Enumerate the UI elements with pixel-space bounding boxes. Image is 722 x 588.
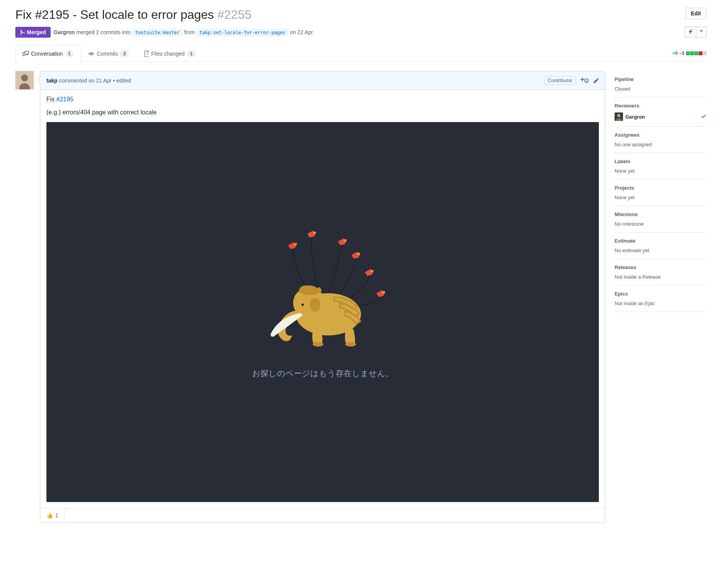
comment-author-avatar[interactable] bbox=[15, 71, 34, 89]
svg-point-2 bbox=[585, 78, 589, 83]
sidebar-reviewers[interactable]: Reviewers Gargron bbox=[615, 97, 707, 127]
tab-files[interactable]: Files changed 1 bbox=[136, 45, 203, 62]
issue-link[interactable]: #2195 bbox=[56, 96, 74, 102]
check-icon bbox=[701, 113, 707, 121]
edit-comment-button[interactable] bbox=[593, 78, 599, 84]
comment-author[interactable]: takp bbox=[46, 78, 58, 84]
svg-point-8 bbox=[302, 304, 304, 306]
svg-point-1 bbox=[21, 74, 28, 81]
caret-down-icon bbox=[700, 28, 703, 35]
conversation-count: 1 bbox=[65, 50, 74, 57]
notification-button[interactable] bbox=[685, 26, 696, 38]
svg-point-12 bbox=[617, 114, 620, 117]
tabnav: Conversation 1 Commits 2 Files changed 1… bbox=[15, 45, 707, 62]
comment-meta: commented on 21 Apr • edited bbox=[59, 78, 131, 84]
sidebar-releases[interactable]: Releases Not inside a Release bbox=[615, 259, 707, 286]
svg-point-3 bbox=[585, 79, 586, 80]
deletions-count: −3 bbox=[679, 51, 684, 56]
state-label: Merged bbox=[27, 29, 46, 35]
reviewer-name[interactable]: Gargron bbox=[625, 114, 698, 120]
sidebar: Pipeline Closed Reviewers Gargron Assign… bbox=[615, 71, 707, 523]
tab-conversation[interactable]: Conversation 1 bbox=[15, 45, 81, 62]
pr-title: Fix #2195 - Set locale to error pages #2… bbox=[15, 8, 251, 22]
svg-point-4 bbox=[587, 79, 588, 80]
file-diff-icon bbox=[143, 51, 149, 57]
sidebar-epics[interactable]: Epics Not inside an Epic bbox=[615, 286, 707, 312]
svg-point-10 bbox=[345, 342, 356, 347]
svg-point-9 bbox=[313, 342, 323, 347]
sidebar-assignees[interactable]: Assignees No one assigned bbox=[615, 127, 707, 153]
thumbs-up-icon: 👍 bbox=[46, 512, 53, 519]
pr-number: #2255 bbox=[218, 8, 252, 21]
base-branch[interactable]: tootsuite:master bbox=[132, 29, 183, 36]
sidebar-labels[interactable]: Labels None yet bbox=[615, 153, 707, 180]
commit-icon bbox=[88, 51, 94, 57]
comment-box: takp commented on 21 Apr • edited Contri… bbox=[40, 71, 605, 523]
head-branch[interactable]: takp:set-locale-for-error-pages bbox=[196, 29, 288, 36]
sidebar-milestone[interactable]: Milestone No milestone bbox=[615, 206, 707, 233]
reaction-count: 1 bbox=[55, 512, 58, 519]
add-reaction-button[interactable] bbox=[580, 78, 589, 84]
merge-author[interactable]: Gargron bbox=[54, 29, 75, 35]
comment-text-line1: Fix #2195 bbox=[46, 96, 599, 103]
comment-icon bbox=[23, 51, 29, 57]
error-page-screenshot: お探しのページはもう存在しません。 bbox=[46, 122, 599, 502]
tab-commits[interactable]: Commits 2 bbox=[81, 45, 136, 62]
sidebar-estimate[interactable]: Estimate No estimate yet bbox=[615, 233, 707, 259]
notification-buttons bbox=[685, 26, 707, 38]
sidebar-projects[interactable]: Projects None yet bbox=[615, 180, 707, 206]
svg-point-7 bbox=[310, 298, 320, 312]
contributor-badge: Contributor bbox=[544, 76, 576, 85]
state-badge: Merged bbox=[15, 27, 51, 38]
thumbs-up-reaction[interactable]: 👍 1 bbox=[40, 509, 65, 522]
commits-count: 2 bbox=[120, 50, 129, 57]
bolt-icon bbox=[689, 28, 692, 35]
diffstat[interactable]: +9 −3 bbox=[673, 51, 707, 56]
comment-text-line2: (e.g.) errors/404 page with correct loca… bbox=[46, 109, 599, 116]
comment-header: takp commented on 21 Apr • edited Contri… bbox=[40, 71, 605, 90]
edit-button[interactable]: Edit bbox=[685, 8, 707, 19]
pencil-icon bbox=[593, 78, 599, 84]
error-message-text: お探しのページはもう存在しません。 bbox=[252, 368, 394, 379]
merge-icon bbox=[20, 29, 25, 35]
files-count: 1 bbox=[187, 50, 196, 57]
diff-blocks bbox=[686, 51, 707, 55]
additions-count: +9 bbox=[673, 51, 678, 56]
merge-info: Gargron merged 2 commits into tootsuite:… bbox=[54, 29, 313, 35]
plus-smiley-icon bbox=[580, 78, 589, 84]
mastodon-illustration bbox=[257, 230, 388, 353]
comment-body: Fix #2195 (e.g.) errors/404 page with co… bbox=[40, 90, 605, 508]
reaction-bar: 👍 1 bbox=[40, 508, 605, 522]
sidebar-pipeline[interactable]: Pipeline Closed bbox=[615, 71, 707, 97]
pr-title-text: Fix #2195 - Set locale to error pages bbox=[15, 8, 214, 21]
reviewer-avatar[interactable] bbox=[615, 112, 623, 121]
notification-dropdown[interactable] bbox=[696, 26, 707, 38]
